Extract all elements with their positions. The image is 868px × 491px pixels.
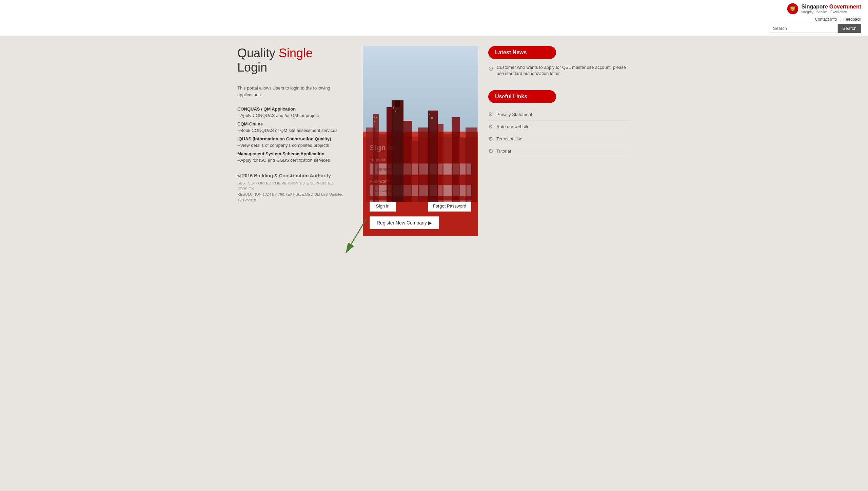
app-list: CONQUAS / QM Application --Apply CONQUAS… (237, 106, 346, 163)
news-text: Customer who wants to apply for QSL mast… (497, 64, 631, 77)
svg-rect-20 (393, 107, 394, 109)
left-panel: Quality Single Login This portal allows … (237, 46, 353, 236)
svg-rect-16 (466, 127, 477, 202)
description: This portal allows Users to login to the… (237, 85, 346, 98)
gov-logo: 🦁 Singapore Government Integrity · Servi… (787, 3, 861, 15)
lion-icon: 🦁 (787, 3, 799, 15)
gov-singapore-label: Singapore (802, 3, 828, 10)
svg-rect-21 (395, 111, 396, 112)
gear-icon-4: ⚙ (488, 148, 493, 154)
page-title: Quality Single Login (237, 46, 346, 75)
list-item: --Apply CONQUAS and /or QM for project (237, 113, 346, 118)
right-panel: Latest News ⊙ Customer who wants to appl… (488, 46, 631, 236)
city-skyline (363, 100, 478, 202)
svg-rect-22 (429, 114, 430, 115)
svg-rect-8 (403, 121, 412, 202)
latest-news-section: Latest News ⊙ Customer who wants to appl… (488, 46, 631, 77)
register-new-company-button[interactable]: Register New Company ▶ (370, 216, 439, 229)
list-item: iQUAS (Information on Construction Quali… (237, 136, 346, 141)
tutorial-label: Tutorial (496, 149, 511, 154)
news-gear-icon: ⊙ (488, 65, 493, 72)
gov-tagline: Integrity · Service · Excellence (802, 10, 861, 14)
privacy-statement-link[interactable]: ⚙ Privacy Statement (488, 109, 631, 121)
svg-rect-19 (376, 117, 377, 118)
list-item: Management System Scheme Application (237, 151, 346, 156)
copyright: © 2016 Building & Construction Authority (237, 173, 346, 178)
svg-rect-9 (411, 141, 419, 202)
city-image: Sign In Login Id * Password * Sign in Fo… (363, 46, 478, 236)
useful-links-header: Useful Links (488, 90, 556, 103)
footer-text: © 2016 Building & Construction Authority… (237, 173, 346, 203)
useful-links-section: Useful Links ⚙ Privacy Statement ⚙ Rate … (488, 90, 631, 157)
search-bar: Search (770, 24, 861, 33)
feedback-link[interactable]: Feedback (843, 17, 861, 22)
latest-news-header: Latest News (488, 46, 556, 59)
gov-logo-text: Singapore Government Integrity · Service… (802, 3, 861, 14)
title-single: Single (279, 46, 313, 60)
rate-website-link[interactable]: ⚙ Rate our website (488, 121, 631, 133)
list-item: --View details of company's completed pr… (237, 143, 346, 148)
center-panel: Sign In Login Id * Password * Sign in Fo… (363, 46, 478, 236)
header-right: 🦁 Singapore Government Integrity · Servi… (770, 3, 861, 33)
title-quality: Quality (237, 46, 279, 60)
terms-of-use-link[interactable]: ⚙ Terms of Use (488, 133, 631, 145)
svg-rect-13 (442, 134, 453, 202)
svg-rect-11 (428, 111, 438, 202)
list-item: CONQUAS / QM Application (237, 106, 346, 112)
news-item: ⊙ Customer who wants to apply for QSL ma… (488, 64, 631, 77)
gear-icon-2: ⚙ (488, 123, 493, 130)
list-item: --Apply for ISO and GGBS certification s… (237, 158, 346, 163)
svg-rect-14 (452, 117, 460, 202)
list-item: CQM-Online (237, 121, 346, 126)
gear-icon-3: ⚙ (488, 136, 493, 142)
contact-info-link[interactable]: Contact Info (815, 17, 837, 22)
svg-rect-18 (374, 121, 375, 122)
list-item: --Book CONQUAS or QM site assessment ser… (237, 128, 346, 133)
terms-of-use-label: Terms of Use (496, 136, 522, 141)
svg-rect-17 (374, 117, 375, 118)
gear-icon-1: ⚙ (488, 111, 493, 118)
svg-rect-23 (431, 117, 433, 119)
title-login: Login (237, 60, 267, 74)
rate-website-label: Rate our website (496, 124, 530, 129)
gov-government-label: Government (829, 3, 861, 10)
svg-rect-6 (392, 100, 403, 202)
header: 🦁 Singapore Government Integrity · Servi… (0, 0, 868, 36)
search-input[interactable] (770, 24, 838, 33)
tech-info: BEST SUPPORTED IN IE VERSION 9.0 IE SUPP… (237, 180, 346, 203)
register-section: Register New Company ▶ (370, 216, 471, 229)
svg-rect-7 (395, 100, 400, 107)
svg-text:🦁: 🦁 (789, 5, 796, 12)
tutorial-link[interactable]: ⚙ Tutorial (488, 145, 631, 157)
main-container: Quality Single Login This portal allows … (231, 36, 637, 246)
separator: | (840, 17, 841, 22)
privacy-statement-label: Privacy Statement (496, 112, 532, 117)
search-button[interactable]: Search (838, 24, 861, 33)
header-links: Contact Info | Feedback (815, 17, 861, 22)
svg-rect-10 (418, 127, 430, 202)
svg-rect-15 (459, 138, 467, 202)
